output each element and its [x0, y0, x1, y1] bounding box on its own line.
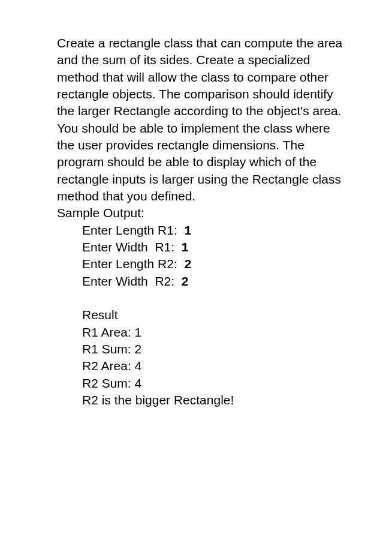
result-line: R1 Area: 1 [82, 324, 350, 341]
problem-description: Create a rectangle class that can comput… [57, 35, 350, 205]
input-line: Enter Length R1: 1 [82, 222, 350, 239]
result-line: R2 Area: 4 [82, 358, 350, 374]
input-value: 1 [182, 239, 189, 256]
input-value: 1 [184, 222, 191, 239]
result-line: R2 Sum: 4 [82, 375, 350, 392]
input-line: Enter Width R1: 1 [82, 239, 350, 256]
result-line: R1 Sum: 2 [82, 341, 350, 358]
input-value: 2 [182, 273, 189, 290]
result-line: R2 is the bigger Rectangle! [82, 392, 350, 409]
input-value: 2 [184, 256, 191, 272]
input-prompt: Enter Width R2: [82, 273, 182, 290]
sample-output-block: Enter Length R1: 1 Enter Width R1: 1 Ent… [57, 222, 350, 409]
sample-output-label: Sample Output: [57, 205, 350, 221]
input-line: Enter Width R2: 2 [82, 273, 350, 290]
result-header: Result [82, 307, 350, 323]
input-line: Enter Length R2: 2 [82, 256, 350, 272]
input-prompt: Enter Width R1: [82, 239, 182, 256]
input-prompt: Enter Length R2: [82, 256, 184, 272]
blank-line [82, 290, 350, 307]
input-prompt: Enter Length R1: [82, 222, 184, 239]
